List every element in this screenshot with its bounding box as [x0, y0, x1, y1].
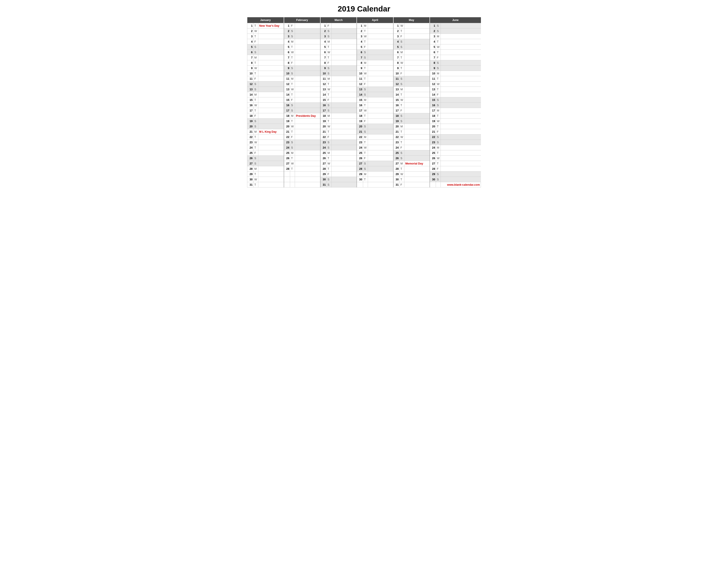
holiday-cell	[331, 34, 357, 39]
day-letter: T	[253, 34, 258, 39]
day-number: 23	[247, 140, 253, 145]
holiday-cell	[441, 108, 481, 113]
day-number: 21	[393, 129, 400, 134]
day-number: 28	[284, 166, 290, 171]
empty-day-letter	[290, 177, 295, 182]
day-letter: T	[436, 113, 441, 118]
table-row: 3T3S3S3W3F3M	[247, 34, 481, 39]
day-number: 26	[284, 156, 290, 161]
day-number: 13	[357, 87, 363, 92]
day-number: 23	[393, 140, 400, 145]
holiday-cell	[258, 118, 284, 124]
holiday-cell	[295, 28, 320, 34]
day-letter: W	[326, 161, 331, 166]
empty-day-number	[284, 182, 290, 187]
day-letter: W	[290, 87, 295, 92]
day-letter: F	[253, 39, 258, 44]
day-letter: S	[436, 28, 441, 34]
day-letter: M	[326, 113, 331, 118]
holiday-cell	[404, 87, 430, 92]
day-number: 13	[247, 87, 253, 92]
holiday-cell	[441, 124, 481, 129]
table-row: 4F4M4M4T4S4T	[247, 39, 481, 44]
empty-day-number	[357, 182, 363, 187]
day-letter: M	[326, 76, 331, 81]
holiday-cell	[404, 177, 430, 182]
day-letter: T	[290, 92, 295, 97]
holiday-cell	[368, 108, 393, 113]
day-number: 27	[393, 161, 400, 166]
day-number: 3	[320, 34, 326, 39]
holiday-cell	[368, 55, 393, 60]
day-number: 14	[284, 92, 290, 97]
day-number: 25	[393, 150, 400, 156]
header-may: May	[393, 17, 430, 23]
day-number: 12	[357, 81, 363, 87]
day-number: 5	[284, 44, 290, 50]
holiday-cell	[331, 113, 357, 118]
holiday-cell	[404, 103, 430, 108]
table-row: 13S13W13W13S13M13T	[247, 87, 481, 92]
day-number: 28	[393, 166, 400, 171]
day-letter: M	[290, 113, 295, 118]
day-number: 12	[393, 81, 400, 87]
day-number: 8	[284, 60, 290, 66]
day-letter: T	[363, 103, 368, 108]
holiday-cell	[404, 55, 430, 60]
holiday-cell	[441, 34, 481, 39]
table-row: 30W30S30T30T30S	[247, 177, 481, 182]
day-letter: M	[253, 129, 258, 134]
day-number: 16	[393, 103, 400, 108]
day-number: 25	[284, 150, 290, 156]
day-letter: T	[363, 28, 368, 34]
day-letter: S	[290, 145, 295, 150]
day-number: 15	[320, 97, 326, 103]
holiday-cell	[295, 60, 320, 66]
day-number: 17	[430, 108, 436, 113]
day-number: 14	[247, 92, 253, 97]
day-number: 30	[357, 177, 363, 182]
holiday-cell	[368, 113, 393, 118]
day-number: 21	[430, 129, 436, 134]
day-letter: W	[400, 97, 404, 103]
day-letter: S	[253, 87, 258, 92]
day-number: 24	[393, 145, 400, 150]
day-letter: F	[436, 166, 441, 171]
empty-holiday-cell: www.blank-calendar.com	[441, 182, 481, 187]
holiday-cell	[441, 23, 481, 28]
day-letter: S	[326, 34, 331, 39]
day-number: 9	[320, 66, 326, 71]
holiday-cell	[441, 28, 481, 34]
day-number: 26	[357, 156, 363, 161]
day-number: 20	[357, 124, 363, 129]
day-number: 22	[430, 134, 436, 140]
table-row: 19S19T19T19F19S19W	[247, 118, 481, 124]
holiday-cell	[368, 177, 393, 182]
day-letter: S	[436, 97, 441, 103]
day-number: 20	[393, 124, 400, 129]
day-letter: T	[363, 177, 368, 182]
day-letter: M	[363, 134, 368, 140]
day-number: 13	[393, 87, 400, 92]
holiday-cell	[295, 23, 320, 28]
holiday-cell	[368, 66, 393, 71]
day-letter: M	[363, 60, 368, 66]
day-letter: T	[400, 129, 404, 134]
holiday-cell	[295, 145, 320, 150]
holiday-cell	[295, 44, 320, 50]
day-number: 2	[393, 28, 400, 34]
day-number: 21	[284, 129, 290, 134]
holiday-cell	[331, 28, 357, 34]
day-letter: W	[363, 145, 368, 150]
day-number: 11	[320, 76, 326, 81]
table-row: 7M7T7T7S7T7F	[247, 55, 481, 60]
day-letter: M	[436, 34, 441, 39]
day-letter: T	[363, 140, 368, 145]
day-number: 31	[247, 182, 253, 187]
day-number: 22	[357, 134, 363, 140]
holiday-cell	[258, 44, 284, 50]
day-number: 16	[357, 103, 363, 108]
day-letter: S	[400, 44, 404, 50]
header-february: February	[284, 17, 320, 23]
holiday-cell	[331, 97, 357, 103]
